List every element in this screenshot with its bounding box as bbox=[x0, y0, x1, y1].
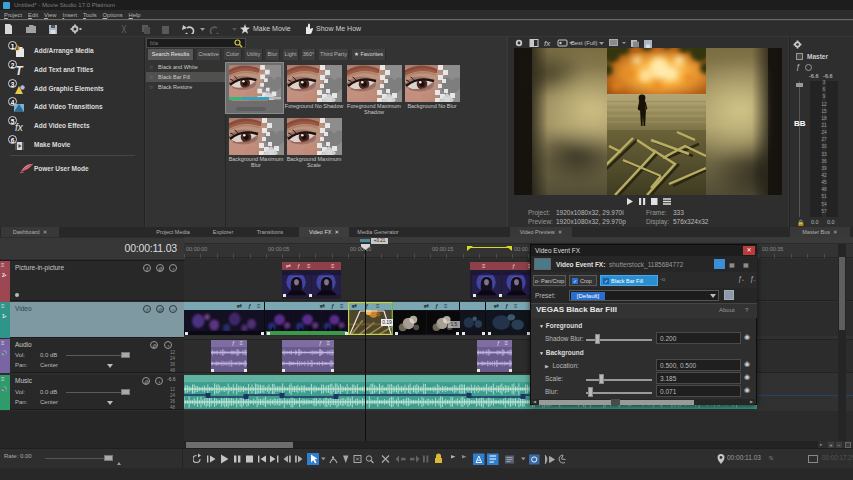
svg-text:fx: fx bbox=[544, 39, 551, 48]
svg-text:fx: fx bbox=[15, 122, 24, 133]
